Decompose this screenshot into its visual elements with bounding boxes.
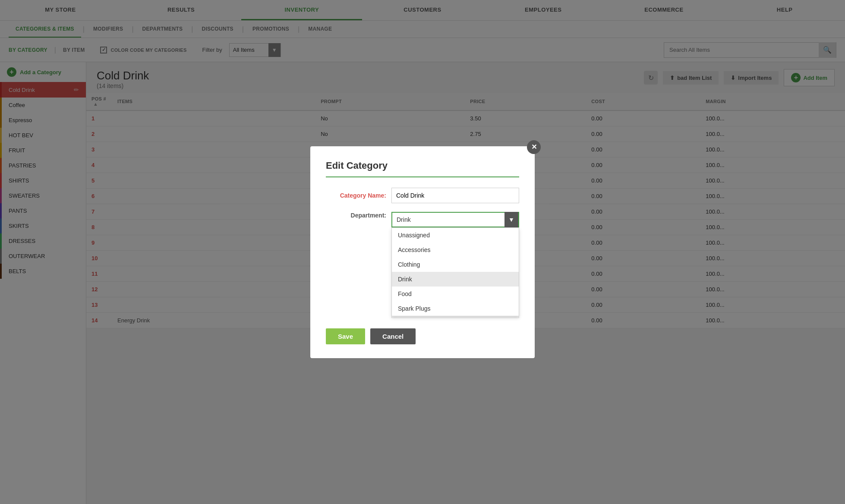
dept-option-clothing[interactable]: Clothing bbox=[392, 257, 519, 272]
category-name-label: Category Name: bbox=[326, 192, 386, 199]
cancel-button[interactable]: Cancel bbox=[370, 328, 416, 344]
category-name-input[interactable] bbox=[391, 188, 519, 203]
department-dropdown-list: Unassigned Accessories Clothing Drink Fo… bbox=[391, 227, 519, 316]
dept-option-unassigned[interactable]: Unassigned bbox=[392, 228, 519, 243]
edit-category-modal: ✕ Edit Category Category Name: Departmen… bbox=[310, 146, 535, 358]
save-button[interactable]: Save bbox=[326, 328, 365, 344]
department-row: Department: Drink ▼ Unassigned Accessori… bbox=[326, 212, 519, 227]
modal-title: Edit Category bbox=[326, 160, 519, 177]
dept-option-spark-plugs[interactable]: Spark Plugs bbox=[392, 301, 519, 316]
color-label bbox=[326, 236, 386, 239]
dept-option-drink[interactable]: Drink bbox=[392, 272, 519, 287]
department-dropdown-arrow-icon: ▼ bbox=[504, 212, 518, 227]
department-label: Department: bbox=[326, 212, 386, 219]
modal-overlay[interactable]: ✕ Edit Category Category Name: Departmen… bbox=[0, 0, 845, 504]
modal-close-button[interactable]: ✕ bbox=[527, 140, 541, 154]
dept-option-food[interactable]: Food bbox=[392, 287, 519, 301]
department-dropdown[interactable]: Drink ▼ Unassigned Accessories Clothing … bbox=[391, 212, 519, 227]
modal-buttons: Save Cancel bbox=[326, 328, 519, 344]
department-dropdown-trigger[interactable]: Drink ▼ bbox=[391, 212, 519, 227]
dept-option-accessories[interactable]: Accessories bbox=[392, 243, 519, 257]
category-name-row: Category Name: bbox=[326, 188, 519, 203]
department-dropdown-value: Drink bbox=[392, 216, 504, 223]
